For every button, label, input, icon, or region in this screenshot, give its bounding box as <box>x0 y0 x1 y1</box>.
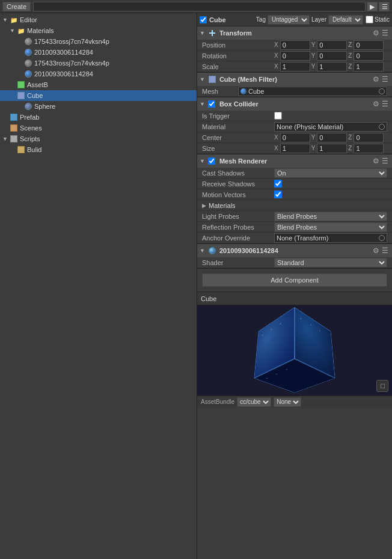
rotation-label: Rotation <box>202 52 274 60</box>
mesh-renderer-header[interactable]: ▼ Mesh Renderer ⚙ ☰ <box>197 154 392 168</box>
layer-select[interactable]: Default <box>328 15 363 25</box>
tree-item-editor[interactable]: ▼ 📁 Editor <box>0 14 197 25</box>
position-y-input[interactable] <box>317 40 347 50</box>
rotation-value: X Y Z <box>274 51 387 61</box>
create-button[interactable]: Create <box>2 2 31 11</box>
center-y-input[interactable] <box>317 133 347 142</box>
cast-shadows-value: On <box>274 168 387 178</box>
preview-corner-icon[interactable]: ☐ <box>376 380 388 392</box>
mesh-renderer-title: Mesh Renderer <box>219 157 372 165</box>
static-area: Static <box>366 16 390 23</box>
mesh-renderer-settings-icon[interactable]: ⚙ <box>372 157 381 165</box>
asset-bundle-label: AssetBundle <box>201 399 234 405</box>
tree-item-scripts[interactable]: ▼ Scripts <box>0 133 197 144</box>
box-collider-enable[interactable] <box>208 100 215 108</box>
search-button[interactable]: ▶ <box>367 2 378 11</box>
tree-item-assetb[interactable]: AssetB <box>0 79 197 90</box>
transform-menu-icon[interactable]: ☰ <box>381 29 390 37</box>
light-probes-select[interactable]: Blend Probes <box>274 212 387 221</box>
tree-item-mat4[interactable]: 2010093006114284 <box>0 69 197 79</box>
material-header[interactable]: ▼ 2010093006114284 ⚙ ☰ <box>197 244 392 257</box>
tree-item-mat3[interactable]: 175433rossj7cn74vksn4p <box>0 58 197 69</box>
center-z-input[interactable] <box>354 133 384 142</box>
tree-item-mat1[interactable]: 175433rossj7cn74vksn4p <box>0 36 197 47</box>
label-scripts: Scripts <box>20 135 40 142</box>
tree-item-build[interactable]: Bulid <box>0 144 197 155</box>
tag-layer-section: Tag Untagged Layer Default <box>256 15 363 25</box>
object-active-checkbox[interactable] <box>200 16 207 23</box>
asset-bundle-select[interactable]: cc/cube <box>237 397 271 407</box>
main-layout: ▼ 📁 Editor ▼ 📁 Materials 175433rossj7cn7… <box>0 13 392 559</box>
size-y-input[interactable] <box>317 144 347 153</box>
is-trigger-row: Is Trigger <box>197 111 392 121</box>
anchor-override-target-icon[interactable] <box>379 235 385 241</box>
transform-arrow: ▼ <box>200 30 205 36</box>
position-x-input[interactable] <box>280 40 310 50</box>
box-collider-header[interactable]: ▼ Box Collider ⚙ ☰ <box>197 97 392 111</box>
tree-item-prefab[interactable]: Prefab <box>0 112 197 123</box>
center-x-input[interactable] <box>280 133 310 142</box>
tree-item-mat2[interactable]: 2010093006114284 <box>0 47 197 58</box>
box-collider-title: Box Collider <box>219 100 372 108</box>
cast-shadows-select[interactable]: On <box>274 168 387 178</box>
mesh-filter-menu-icon[interactable]: ☰ <box>381 75 390 84</box>
size-value: X Y Z <box>274 144 387 153</box>
shader-select[interactable]: Standard <box>274 258 387 267</box>
mesh-filter-settings-icon[interactable]: ⚙ <box>372 75 381 84</box>
rotation-z-input[interactable] <box>354 51 384 61</box>
mesh-filter-header[interactable]: ▼ Cube (Mesh Filter) ⚙ ☰ <box>197 73 392 86</box>
box-collider-settings-icon[interactable]: ⚙ <box>372 100 381 108</box>
materials-fold-label: Materials <box>209 202 236 209</box>
scale-y-input[interactable] <box>317 62 347 72</box>
motion-vectors-checkbox[interactable] <box>274 191 282 198</box>
preview-section: Cube ☐ AssetBundle <box>197 292 392 408</box>
is-trigger-checkbox[interactable] <box>274 112 282 120</box>
material-menu-icon[interactable]: ☰ <box>381 246 390 255</box>
scale-x-input[interactable] <box>280 62 310 72</box>
asset-bundle-option-select[interactable]: None <box>274 397 301 407</box>
scale-z-input[interactable] <box>354 62 384 72</box>
tag-select[interactable]: Untagged <box>268 15 310 25</box>
collider-material-text: None (Physic Material) <box>277 123 343 130</box>
search-input[interactable] <box>33 2 366 11</box>
tree-item-scenes[interactable]: Scenes <box>0 123 197 133</box>
position-label: Position <box>202 41 274 49</box>
mesh-renderer-enable[interactable] <box>208 157 215 165</box>
filter-button[interactable]: ☰ <box>379 2 390 11</box>
transform-header[interactable]: ▼ Transform ⚙ ☰ <box>197 26 392 40</box>
material-settings-icon[interactable]: ⚙ <box>372 246 381 255</box>
mesh-target-icon[interactable] <box>379 88 385 94</box>
label-mat1: 175433rossj7cn74vksn4p <box>34 38 109 45</box>
mesh-value: Cube <box>248 88 264 95</box>
shader-label: Shader <box>202 259 274 266</box>
transform-settings-icon[interactable]: ⚙ <box>372 29 381 37</box>
receive-shadows-checkbox[interactable] <box>274 180 282 188</box>
arrow-mat4 <box>17 71 24 77</box>
icon-assetb <box>17 81 25 89</box>
position-z-input[interactable] <box>354 40 384 50</box>
rotation-y-input[interactable] <box>317 51 347 61</box>
static-checkbox[interactable] <box>366 16 373 23</box>
is-trigger-value <box>274 112 387 120</box>
material-icon-4 <box>24 70 32 78</box>
arrow-scripts: ▼ <box>2 136 10 142</box>
tree-item-cube[interactable]: Cube <box>0 90 197 101</box>
light-probes-row: Light Probes Blend Probes <box>197 211 392 222</box>
tree-item-materials[interactable]: ▼ 📁 Materials <box>0 25 197 36</box>
add-component-button[interactable]: Add Component <box>202 273 387 287</box>
mesh-renderer-menu-icon[interactable]: ☰ <box>381 157 390 165</box>
tree-item-sphere[interactable]: Sphere <box>0 101 197 112</box>
reflection-probes-select[interactable]: Blend Probes <box>274 222 387 232</box>
scale-y-label: Y <box>311 63 316 70</box>
shader-row: Shader Standard <box>197 257 392 268</box>
box-collider-menu-icon[interactable]: ☰ <box>381 100 390 108</box>
materials-foldout[interactable]: ▶ Materials <box>197 200 392 211</box>
preview-canvas: ☐ <box>197 305 392 396</box>
rotation-x-input[interactable] <box>280 51 310 61</box>
transform-title: Transform <box>219 29 372 37</box>
box-collider-arrow: ▼ <box>200 101 205 107</box>
arrow-editor: ▼ <box>2 17 10 23</box>
size-x-input[interactable] <box>280 144 310 153</box>
size-z-input[interactable] <box>354 144 384 153</box>
collider-material-target-icon[interactable] <box>379 124 385 130</box>
